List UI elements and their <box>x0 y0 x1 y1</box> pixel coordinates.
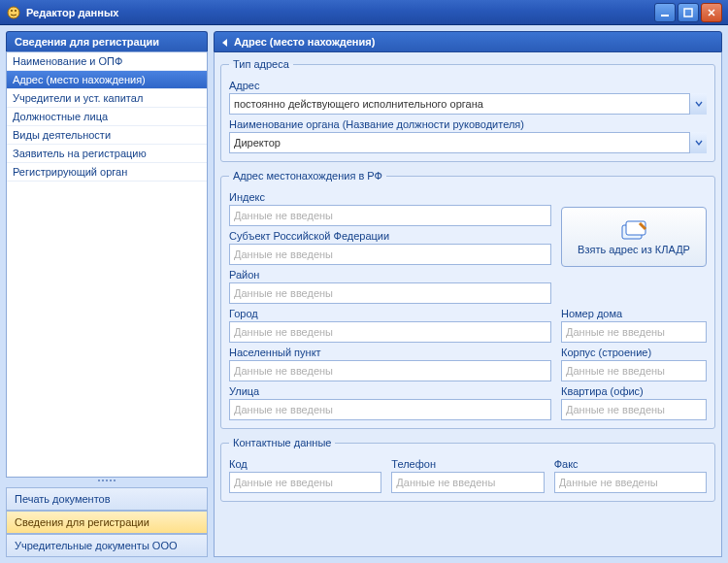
input-index[interactable] <box>229 205 551 226</box>
input-district[interactable] <box>229 282 551 304</box>
main-panel: Адрес (место нахождения) Тип адреса Адре… <box>214 31 722 557</box>
svg-point-2 <box>15 10 17 12</box>
input-subject[interactable] <box>229 244 551 265</box>
input-phone[interactable] <box>391 472 544 493</box>
nav-item-officials[interactable]: Должностные лица <box>7 108 207 126</box>
accordion-registration[interactable]: Сведения для регистрации <box>6 511 208 534</box>
accordion-docs[interactable]: Учредительные документы ООО <box>6 534 208 557</box>
nav-item-registrar[interactable]: Регистрирующий орган <box>7 163 207 182</box>
titlebar: Редактор данных <box>0 0 728 25</box>
nav-item-activities[interactable]: Виды деятельности <box>7 126 207 145</box>
legend-address-type: Тип адреса <box>229 58 293 70</box>
label-settlement: Населенный пункт <box>229 347 551 358</box>
splitter-handle[interactable] <box>6 478 208 483</box>
arrow-icon <box>222 39 227 47</box>
sidebar: Сведения для регистрации Наименование и … <box>6 31 208 557</box>
svg-point-1 <box>11 10 13 12</box>
fieldset-rf-address: Адрес местонахождения в РФ Индекс Субъек… <box>220 170 715 429</box>
main-header: Адрес (место нахождения) <box>214 31 722 52</box>
label-house: Номер дома <box>561 308 707 319</box>
window-title: Редактор данных <box>26 7 118 18</box>
input-city[interactable] <box>229 321 551 343</box>
sidebar-header: Сведения для регистрации <box>6 31 208 51</box>
app-icon <box>6 5 21 20</box>
nav-item-founders[interactable]: Учредители и уст. капитал <box>7 89 207 108</box>
input-code[interactable] <box>229 472 381 493</box>
select-address-type[interactable] <box>229 93 707 115</box>
accordion-print[interactable]: Печать документов <box>6 487 208 511</box>
svg-point-0 <box>8 7 19 18</box>
nav-list: Наименование и ОПФ Адрес (место нахожден… <box>6 51 208 478</box>
label-building: Корпус (строение) <box>561 347 707 358</box>
nav-item-naming[interactable]: Наименование и ОПФ <box>7 52 207 71</box>
label-phone: Телефон <box>391 458 544 470</box>
label-fax: Факс <box>554 458 707 470</box>
legend-rf-address: Адрес местонахождения в РФ <box>229 170 386 182</box>
kladr-icon <box>620 219 647 241</box>
label-district: Район <box>229 269 551 281</box>
label-index: Индекс <box>229 191 551 203</box>
editor-window: Редактор данных Сведения для регистрации… <box>0 0 728 563</box>
nav-item-applicant[interactable]: Заявитель на регистрацию <box>7 145 207 163</box>
nav-item-address[interactable]: Адрес (место нахождения) <box>7 71 207 89</box>
input-house[interactable] <box>561 321 707 343</box>
accordion: Печать документов Сведения для регистрац… <box>6 487 208 557</box>
fieldset-address-type: Тип адреса Адрес Наименование органа (На… <box>220 58 715 162</box>
label-address: Адрес <box>229 80 707 91</box>
maximize-button[interactable] <box>678 3 699 22</box>
select-org-name[interactable] <box>229 132 707 153</box>
label-street: Улица <box>229 385 551 397</box>
label-org-name: Наименование органа (Название должности … <box>229 118 707 130</box>
input-street[interactable] <box>229 399 551 420</box>
label-city: Город <box>229 308 551 319</box>
svg-rect-3 <box>661 15 669 17</box>
svg-rect-4 <box>684 9 692 17</box>
minimize-button[interactable] <box>654 3 676 22</box>
kladr-button[interactable]: Взять адрес из КЛАДР <box>561 207 707 267</box>
input-fax[interactable] <box>554 472 707 493</box>
close-button[interactable] <box>701 3 722 22</box>
fieldset-contact: Контактные данные Код Телефон Факс <box>220 437 715 502</box>
input-settlement[interactable] <box>229 360 551 381</box>
label-code: Код <box>229 458 381 470</box>
legend-contact: Контактные данные <box>229 437 335 448</box>
label-apartment: Квартира (офис) <box>561 385 707 397</box>
input-apartment[interactable] <box>561 399 707 420</box>
input-building[interactable] <box>561 360 707 381</box>
label-subject: Субъект Российской Федерации <box>229 230 551 242</box>
